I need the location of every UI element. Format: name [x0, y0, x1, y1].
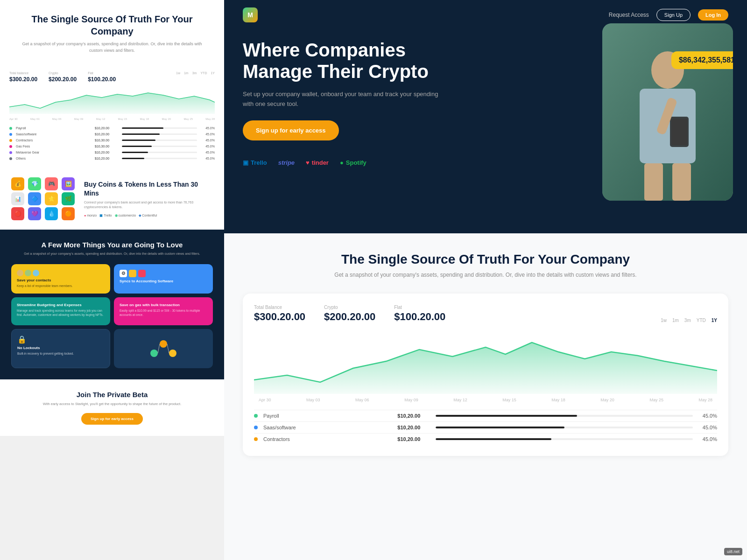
svg-line-3: [158, 344, 160, 353]
balance-row: Total Balance $300.20.00 Crypto $200.20.…: [254, 305, 717, 323]
total-balance: Total Balance $300.20.00: [254, 305, 305, 323]
buy-logos: ● monzo ▣ Trello ◉ customercio ◈ Content…: [84, 214, 213, 217]
feature-card-budgeting: Streamline Budgeting and Expenses Manage…: [11, 297, 110, 325]
fiat-balance: Flat $100.20.00: [394, 305, 445, 323]
mini-chart: [9, 86, 215, 114]
brand-spotify: ● Spotify: [340, 159, 366, 166]
beta-sub: With early access to Starlight, you'll g…: [11, 401, 213, 406]
row-dot: [9, 157, 12, 160]
hero-content: Where Companies Manage Their Crypto Set …: [224, 30, 747, 175]
app-icon: 💎: [28, 177, 41, 190]
feature-card-lockouts: 🔒 No Lockouts Built-in recovery to preve…: [11, 329, 110, 368]
date-labels: Apr 30 May 03 May 06 May 09 May 12 May 1…: [254, 398, 717, 402]
row-dot: [9, 151, 12, 154]
feature-card-bulk: Save on gas with bulk transaction Easily…: [114, 297, 213, 325]
feature-card-accounting: ⚙ Syncs to Accounting Software: [114, 264, 213, 294]
app-icons-grid: 💰 💎 🎮 🖼️ 📊 🔷 ⭐ 🌿 🔴 💜 💧 🟠: [11, 177, 77, 220]
mini-total-balance: Total balance $300.20.00: [9, 71, 37, 83]
app-icon: 🔷: [28, 192, 41, 205]
row-dot: [254, 414, 258, 418]
app-icon: 📊: [11, 192, 24, 205]
hero-subtitle: Set up your company wallet, onboard your…: [243, 90, 439, 109]
avatar: [17, 270, 23, 276]
accounting-icon: [138, 270, 146, 277]
brand-stripe: stripe: [278, 159, 295, 166]
left-top-section: The Single Source Of Truth For Your Comp…: [0, 0, 224, 65]
hero-section: M Request Access Sign Up Log In Where Co…: [224, 0, 747, 233]
table-row: Payroll $10,20.00 45.0%: [9, 125, 215, 131]
row-dot: [254, 426, 258, 429]
svg-point-2: [169, 350, 176, 357]
table-row: Contractors $10,20.00 45.0%: [254, 433, 717, 445]
nav-logo: M: [243, 7, 258, 22]
app-icon: ⭐: [45, 192, 58, 205]
time-filters: 1w 1m 3m YTD 1Y: [661, 318, 717, 323]
features-title: A Few More Things You are Going To Love: [11, 241, 213, 249]
table-row: Saas/software $10,20.00 45.0%: [254, 421, 717, 433]
app-icon: 💜: [28, 207, 41, 220]
crypto-balance: Crypto $200.20.00: [324, 305, 375, 323]
row-dot: [9, 127, 12, 130]
logo-trello: ▣ Trello: [99, 214, 112, 217]
avatar: [33, 270, 39, 276]
hero-text: Where Companies Manage Their Crypto Set …: [243, 39, 439, 166]
main-content: The Single Source Of Truth For Your Comp…: [224, 233, 747, 560]
row-dot: [9, 133, 12, 136]
app-icon: 🟠: [62, 207, 75, 220]
app-icon: 🎮: [45, 177, 58, 190]
feature-card-contacts: Save your contacts Keep a list of respon…: [11, 264, 110, 294]
left-top-title: The Single Source Of Truth For Your Comp…: [19, 13, 205, 37]
table-row: Gas Fees $10,30.00 45.0%: [9, 143, 215, 149]
mini-dashboard: Total balance $300.20.00 Crypto $200.20.…: [0, 65, 224, 168]
beta-title: Join The Private Beta: [11, 391, 213, 399]
mini-time-filters: 1w1m3mYTD1Y: [176, 71, 215, 81]
svg-point-0: [150, 350, 158, 357]
app-icon: 🖼️: [62, 177, 75, 190]
mini-fiat-balance: Fiat $100.20.00: [88, 71, 116, 83]
request-access-link[interactable]: Request Access: [609, 12, 649, 18]
mini-crypto-balance: Crypto $200.20.00: [49, 71, 77, 83]
right-panel: M Request Access Sign Up Log In Where Co…: [224, 0, 747, 560]
features-section: A Few More Things You are Going To Love …: [0, 230, 224, 379]
table-row: Others $10,20.00 45.0%: [9, 155, 215, 161]
mini-date-labels: Apr 30May 03May 06May 09May 12May 15May …: [9, 118, 215, 120]
mini-table: Payroll $10,20.00 45.0% Saas/software $1…: [9, 125, 215, 161]
app-icon: 🌿: [62, 192, 75, 205]
tinder-icon: ♥: [306, 159, 310, 166]
features-grid: Save your contacts Keep a list of respon…: [11, 264, 213, 368]
money-badge: $86,342,355,581: [671, 51, 733, 69]
buy-coins-section: 💰 💎 🎮 🖼️ 📊 🔷 ⭐ 🌿 🔴 💜 💧 🟠 Buy Coins & Tok…: [0, 168, 224, 230]
logo-monzo: ● monzo: [84, 214, 97, 217]
main-chart: [254, 329, 717, 394]
dashboard-panel: Total Balance $300.20.00 Crypto $200.20.…: [243, 294, 728, 456]
brand-trello: ▣ Trello: [243, 159, 267, 166]
hero-title: Where Companies Manage Their Crypto: [243, 39, 439, 82]
app-icon: 💰: [11, 177, 24, 190]
data-table: Payroll $10,20.00 45.0% Saas/software $1…: [254, 410, 717, 445]
left-panel: The Single Source Of Truth For Your Comp…: [0, 0, 224, 560]
app-icon: 🔴: [11, 207, 24, 220]
beta-cta-button[interactable]: Sign up for early access: [81, 413, 143, 425]
stripe-icon: stripe: [278, 159, 295, 166]
accounting-icon: ⚙: [120, 270, 127, 277]
trello-icon: ▣: [243, 159, 248, 166]
buy-coins-title: Buy Coins & Tokens In Less Than 30 Mins: [84, 180, 213, 197]
buy-coins-text: Buy Coins & Tokens In Less Than 30 Mins …: [84, 180, 213, 217]
table-row: Metaverse Gear $10,20.00 45.0%: [9, 149, 215, 155]
avatar: [25, 270, 31, 276]
buy-coins-sub: Connect your company's bank account and …: [84, 200, 213, 210]
row-dot: [254, 437, 258, 441]
features-sub: Get a snapshot of your company's assets,…: [11, 252, 213, 257]
table-row: Contractors $10,30.00 45.0%: [9, 137, 215, 143]
logo-customerio: ◉ customercio: [115, 214, 136, 217]
spotify-icon: ●: [340, 159, 344, 166]
table-row: Saas/software $10,20.00 45.0%: [9, 131, 215, 137]
sign-up-button[interactable]: Sign Up: [656, 9, 691, 21]
svg-point-1: [160, 340, 167, 348]
log-in-button[interactable]: Log In: [698, 9, 728, 21]
brand-tinder: ♥ tinder: [306, 159, 329, 166]
left-top-sub: Get a snapshot of your company's assets,…: [19, 41, 205, 54]
beta-section: Join The Private Beta With early access …: [0, 379, 224, 436]
hero-cta-button[interactable]: Sign up for early access: [243, 120, 339, 140]
svg-line-4: [167, 344, 169, 353]
